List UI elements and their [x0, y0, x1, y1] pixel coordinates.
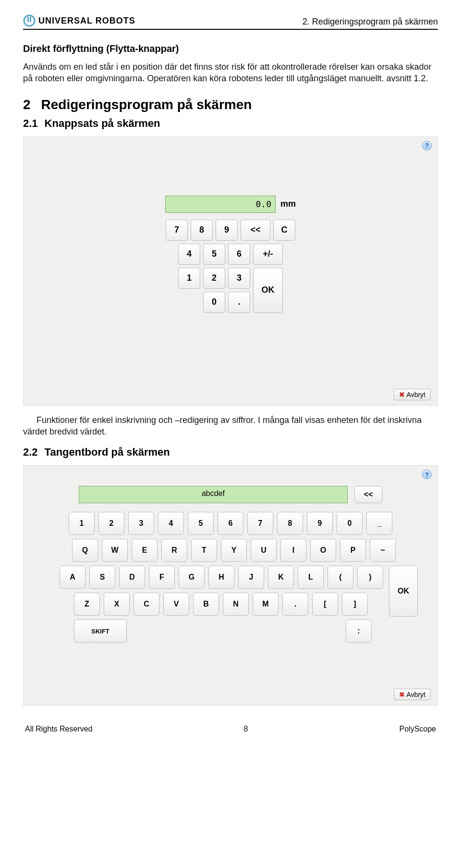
key-o[interactable]: O	[310, 539, 336, 562]
h3-keyboard: 2.2 Tangentbord på skärmen	[23, 446, 438, 459]
key-period[interactable]: .	[282, 593, 308, 616]
numpad-caption: Funktioner för enkel inskrivning och –re…	[23, 414, 438, 438]
key-bracket-open[interactable]: [	[312, 593, 338, 616]
key-w[interactable]: W	[102, 539, 128, 562]
key-h[interactable]: H	[208, 566, 234, 589]
key-a[interactable]: A	[60, 566, 85, 589]
numpad-panel: 0.0 mm 7 8 9 << C 4 5 6 +/- 1 2	[165, 196, 296, 313]
key-7[interactable]: 7	[166, 220, 188, 241]
key-2[interactable]: 2	[98, 512, 124, 535]
help-icon[interactable]: ?	[422, 141, 432, 150]
key-z[interactable]: Z	[74, 593, 100, 616]
key-2[interactable]: 2	[203, 268, 225, 289]
key-d[interactable]: D	[119, 566, 145, 589]
kb-row-a: A S D F G H J K L ( )	[60, 566, 383, 589]
h2-editing: 2 Redigeringsprogram på skärmen	[23, 97, 438, 112]
kb-row-numbers: 1 2 3 4 5 6 7 8 9 0 _	[69, 512, 392, 535]
brand-text: UNIVERSAL ROBOTS	[38, 16, 135, 26]
key-1[interactable]: 1	[69, 512, 95, 535]
key-g[interactable]: G	[179, 566, 205, 589]
key-b[interactable]: B	[193, 593, 219, 616]
footer-right: PolyScope	[400, 725, 437, 733]
key-f[interactable]: F	[149, 566, 175, 589]
key-colon[interactable]: :	[346, 620, 372, 643]
numpad-unit: mm	[280, 199, 296, 209]
h2-text: Redigeringsprogram på skärmen	[41, 97, 252, 112]
header-chapter: 2. Redigeringsprogram på skärmen	[303, 17, 438, 27]
key-0[interactable]: 0	[203, 292, 225, 313]
h3-keypad: 2.1 Knappsats på skärmen	[23, 117, 438, 130]
key-y[interactable]: Y	[221, 539, 247, 562]
page-footer: All Rights Reserved 8 PolyScope	[23, 725, 438, 733]
key-e[interactable]: E	[132, 539, 158, 562]
numpad-screenshot: ? 0.0 mm 7 8 9 << C 4 5 6 +/-	[23, 136, 438, 406]
footer-left: All Rights Reserved	[25, 725, 93, 733]
svg-rect-1	[27, 17, 29, 22]
key-3[interactable]: 3	[128, 512, 154, 535]
cancel-button[interactable]: ✖ Avbryt	[394, 689, 431, 700]
key-i[interactable]: I	[280, 539, 306, 562]
brand-logo: UNIVERSAL ROBOTS	[23, 14, 135, 27]
key-l[interactable]: L	[298, 566, 324, 589]
key-v[interactable]: V	[163, 593, 189, 616]
svg-point-0	[24, 15, 35, 26]
key-3[interactable]: 3	[228, 268, 250, 289]
key-j[interactable]: J	[238, 566, 264, 589]
key-4[interactable]: 4	[158, 512, 184, 535]
cancel-button[interactable]: ✖ Avbryt	[394, 389, 431, 400]
kb-row-q: Q W E R T Y U I O P ~	[72, 539, 396, 562]
help-icon[interactable]: ?	[422, 470, 432, 479]
keyboard-screenshot: ? abcdef << 1 2 3 4 5 6 7 8 9	[23, 465, 438, 706]
key-shift[interactable]: SKIFT	[74, 620, 127, 643]
h3b-text: Tangentbord på skärmen	[45, 446, 170, 459]
key-9[interactable]: 9	[307, 512, 333, 535]
key-9[interactable]: 9	[216, 220, 238, 241]
key-clear[interactable]: C	[273, 220, 295, 241]
key-paren-close[interactable]: )	[357, 566, 383, 589]
key-paren-open[interactable]: (	[328, 566, 353, 589]
key-7[interactable]: 7	[247, 512, 273, 535]
h3a-text: Knappsats på skärmen	[45, 117, 160, 130]
key-q[interactable]: Q	[72, 539, 98, 562]
key-k[interactable]: K	[268, 566, 294, 589]
key-4[interactable]: 4	[178, 244, 200, 265]
key-underscore[interactable]: _	[366, 512, 392, 535]
svg-rect-2	[30, 17, 31, 22]
key-tilde[interactable]: ~	[370, 539, 396, 562]
key-5[interactable]: 5	[188, 512, 214, 535]
key-t[interactable]: T	[191, 539, 217, 562]
key-n[interactable]: N	[223, 593, 249, 616]
numpad-display[interactable]: 0.0	[165, 196, 276, 213]
key-5[interactable]: 5	[203, 244, 225, 265]
key-u[interactable]: U	[251, 539, 277, 562]
key-6[interactable]: 6	[228, 244, 250, 265]
key-dot[interactable]: .	[228, 292, 250, 313]
key-0[interactable]: 0	[337, 512, 363, 535]
key-6[interactable]: 6	[218, 512, 243, 535]
h2-number: 2	[23, 97, 31, 112]
key-bracket-close[interactable]: ]	[342, 593, 368, 616]
page-header: UNIVERSAL ROBOTS 2. Redigeringsprogram p…	[23, 14, 438, 30]
key-1[interactable]: 1	[178, 268, 200, 289]
keyboard-backspace[interactable]: <<	[354, 486, 382, 503]
key-m[interactable]: M	[253, 593, 279, 616]
key-ok[interactable]: OK	[253, 268, 283, 313]
keyboard-ok[interactable]: OK	[389, 566, 418, 617]
cancel-label: Avbryt	[407, 391, 425, 398]
key-plusminus[interactable]: +/-	[253, 244, 283, 265]
key-p[interactable]: P	[340, 539, 366, 562]
move-section-title: Direkt förflyttning (Flytta-knappar)	[23, 43, 438, 54]
key-backspace[interactable]: <<	[241, 220, 270, 241]
close-icon: ✖	[399, 391, 405, 398]
key-x[interactable]: X	[104, 593, 130, 616]
close-icon: ✖	[399, 691, 405, 698]
move-section-body: Används om en led står i en position där…	[23, 61, 438, 85]
key-s[interactable]: S	[89, 566, 115, 589]
key-8[interactable]: 8	[277, 512, 303, 535]
keyboard-input[interactable]: abcdef	[79, 486, 348, 503]
key-r[interactable]: R	[161, 539, 187, 562]
key-8[interactable]: 8	[191, 220, 213, 241]
h3b-number: 2.2	[23, 446, 38, 459]
key-c[interactable]: C	[133, 593, 159, 616]
footer-page: 8	[93, 725, 400, 733]
